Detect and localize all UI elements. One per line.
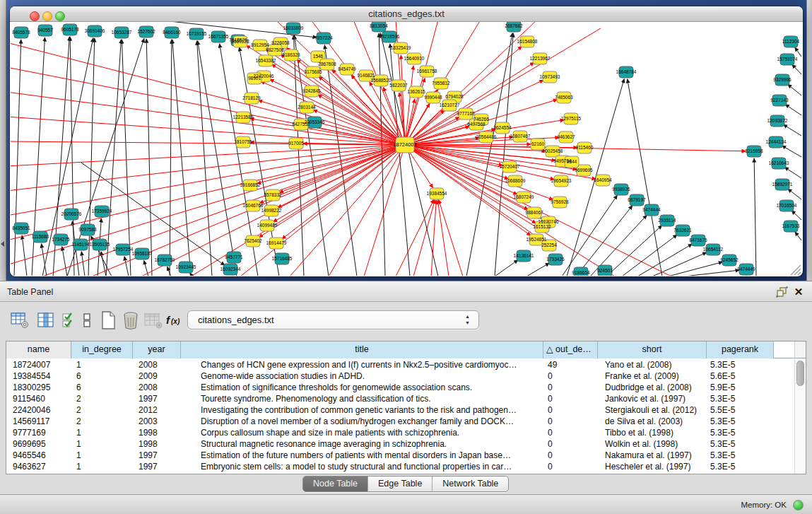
divider-collapse-handle[interactable] [1, 241, 4, 247]
table-cell[interactable]: 1 [71, 427, 133, 438]
table-row[interactable]: 977716911998Corpus callosum shape and si… [6, 427, 794, 438]
graph-edge[interactable] [668, 262, 722, 276]
table-cell[interactable]: Investigating the contribution of common… [181, 404, 543, 416]
graph-edge[interactable] [788, 189, 801, 199]
graph-edge[interactable] [684, 270, 739, 276]
graph-edge[interactable] [11, 42, 405, 145]
table-cell[interactable]: 9463627 [6, 461, 71, 472]
graph-edge[interactable] [652, 252, 707, 276]
graph-edge[interactable] [526, 263, 549, 276]
graph-edge[interactable] [628, 79, 662, 276]
table-cell[interactable]: 9777169 [6, 427, 71, 438]
graph-edge[interactable] [405, 145, 531, 235]
table-cell[interactable]: 1997 [133, 461, 181, 472]
row-height-button[interactable] [80, 309, 94, 332]
table-cell[interactable]: 22420046 [6, 404, 71, 416]
table-cell[interactable]: Hescheler et al. (1997) [598, 461, 707, 472]
table-row[interactable]: 1830029562008Estimation of significance … [6, 382, 794, 393]
graph-edge[interactable] [405, 145, 517, 194]
graph-edge[interactable] [782, 146, 801, 157]
graph-edge[interactable] [70, 37, 74, 276]
table-cell[interactable]: 5.3E-5 [707, 359, 774, 370]
table-cell[interactable]: Nakamura et al. (1997) [598, 450, 707, 461]
table-cell[interactable]: 18300295 [6, 382, 71, 393]
table-cell[interactable]: 14569117 [6, 416, 71, 427]
graph-edge[interactable] [146, 39, 152, 276]
close-icon[interactable]: ✕ [792, 284, 805, 300]
table-cell[interactable]: 1997 [133, 450, 181, 461]
graph-edge[interactable] [396, 199, 434, 276]
column-header-1[interactable]: in_degree [71, 341, 133, 358]
table-cell[interactable]: 2 [71, 393, 133, 404]
table-settings-button[interactable] [9, 309, 30, 332]
graph-edge[interactable] [62, 247, 67, 276]
table-cell[interactable]: 0 [543, 450, 598, 461]
table-cell[interactable]: 2 [71, 404, 133, 416]
scrollbar-thumb[interactable] [796, 361, 804, 386]
graph-edge[interactable] [784, 167, 801, 178]
citation-network-graph[interactable]: 8405578940557960517830691406106532871527… [11, 22, 802, 276]
table-panel-header[interactable]: Table Panel ✕ [0, 281, 812, 302]
table-row[interactable]: 946362711997Embryonic stem cells: a mode… [6, 461, 794, 472]
network-view[interactable]: 8405578940557960517830691406106532871527… [11, 22, 802, 276]
table-cell[interactable]: Jankovic et al. (1997) [598, 393, 707, 404]
table-cell[interactable]: Tibbo et al. (1998) [598, 427, 707, 438]
table-cell[interactable]: 5.3E-5 [707, 393, 774, 404]
table-cell[interactable]: 5.3E-5 [707, 461, 774, 472]
table-cell[interactable]: 1998 [133, 438, 181, 450]
table-cell[interactable]: 0 [543, 416, 598, 427]
graph-edge[interactable] [293, 35, 304, 276]
table-cell[interactable]: 9115460 [6, 393, 71, 404]
graph-edge[interactable] [795, 47, 801, 57]
table-cell[interactable]: 2008 [133, 359, 181, 370]
graph-edge[interactable] [784, 124, 801, 136]
graph-edge[interactable] [405, 137, 513, 145]
table-cell[interactable]: 0 [543, 370, 598, 382]
table-cell[interactable]: Franke et al. (2009) [598, 370, 707, 382]
table-cell[interactable]: Tourette syndrome. Phenomenology and cla… [181, 393, 543, 404]
table-cell[interactable]: 5.5E-5 [707, 404, 774, 416]
graph-edge[interactable] [106, 40, 121, 276]
table-cell[interactable]: 0 [543, 382, 598, 393]
graph-edge[interactable] [278, 145, 405, 208]
table-cell[interactable]: 0 [543, 404, 598, 416]
graph-edge[interactable] [167, 267, 171, 276]
table-cell[interactable]: 1 [71, 461, 133, 472]
table-cell[interactable]: 2012 [133, 404, 181, 416]
graph-edge[interactable] [495, 260, 518, 276]
graph-edge[interactable] [191, 145, 405, 276]
table-cell[interactable]: 18724007 [6, 359, 71, 370]
table-cell[interactable]: 2008 [133, 382, 181, 393]
table-cell[interactable]: Corpus callosum shape and size in male p… [181, 427, 543, 438]
right-split-divider[interactable] [806, 0, 812, 281]
table-row[interactable]: 2242004622012Investigating the contribut… [6, 404, 794, 416]
table-cell[interactable]: 1998 [133, 427, 181, 438]
graph-edge[interactable] [14, 40, 21, 276]
graph-edge[interactable] [11, 145, 405, 191]
table-cell[interactable]: 1 [71, 438, 133, 450]
tab-edge-table[interactable]: Edge Table [368, 477, 433, 491]
graph-edge[interactable] [22, 235, 27, 276]
table-cell[interactable]: Estimation of the future numbers of pati… [181, 450, 543, 461]
close-window-button[interactable] [30, 11, 40, 21]
table-cell[interactable]: 9699695 [6, 438, 71, 450]
table-cell[interactable]: 49 [543, 359, 598, 370]
tab-node-table[interactable]: Node Table [303, 477, 368, 491]
graph-edge[interactable] [754, 158, 756, 276]
column-header-4[interactable]: △ out_de… [543, 341, 598, 358]
table-cell[interactable]: 0 [543, 393, 598, 404]
table-cell[interactable]: Wolkin et al. (1998) [598, 438, 707, 450]
table-cell[interactable]: Yano et al. (2008) [598, 359, 707, 370]
table-cell[interactable]: 0 [543, 427, 598, 438]
table-row[interactable]: 946554611997Estimation of the future num… [6, 450, 794, 461]
minimize-window-button[interactable] [42, 11, 52, 21]
table-cell[interactable]: 19384554 [6, 370, 71, 382]
table-cell[interactable]: Disruption of a novel member of a sodium… [181, 416, 543, 427]
table-cell[interactable]: Embryonic stem cells: a model to study s… [181, 461, 543, 472]
table-cell[interactable]: 1997 [133, 393, 181, 404]
column-header-3[interactable]: title [181, 341, 543, 358]
table-vertical-scrollbar[interactable] [794, 359, 806, 474]
table-cell[interactable]: 5.9E-5 [707, 382, 774, 393]
graph-edge[interactable] [197, 41, 212, 276]
table-cell[interactable]: 5.3E-5 [707, 438, 774, 450]
